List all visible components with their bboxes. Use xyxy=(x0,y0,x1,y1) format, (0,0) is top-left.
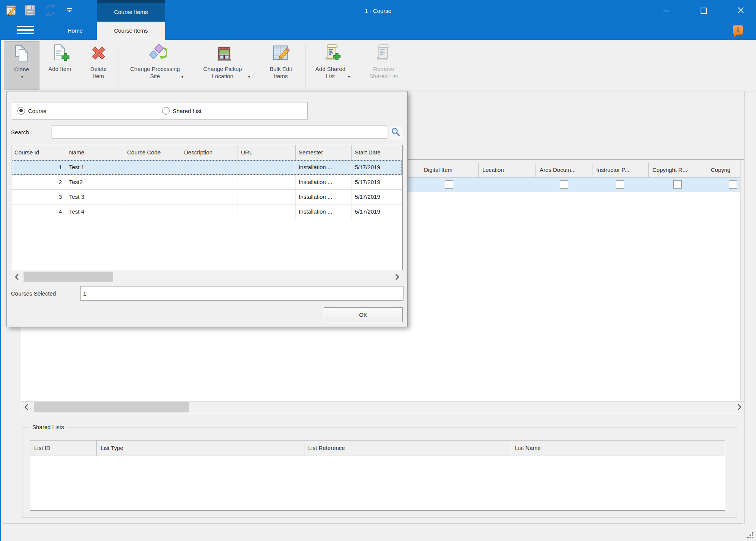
tab-home[interactable]: Home xyxy=(57,22,93,40)
column-list-reference[interactable]: List Reference xyxy=(304,440,511,456)
floating-tab-label: Course Items xyxy=(97,3,165,22)
column-list-type[interactable]: List Type xyxy=(97,440,304,456)
radio-unselected-icon xyxy=(162,107,170,115)
search-input[interactable] xyxy=(52,126,387,138)
column-name[interactable]: Name xyxy=(66,145,124,160)
column-start-date[interactable]: Start Date xyxy=(352,145,402,160)
copyright-r-checkbox[interactable] xyxy=(673,180,682,189)
ribbon-button-delete-item[interactable]: Delete Item xyxy=(80,41,117,89)
grid-vertical-scrollbar-strip[interactable] xyxy=(740,160,744,402)
course-row-2[interactable]: 2 Test2 Installation ... 5/17/2019 xyxy=(11,175,402,190)
ribbon-button-add-shared-list[interactable]: Add Shared List xyxy=(309,41,355,89)
maximize-button[interactable] xyxy=(692,0,715,22)
storefront-icon xyxy=(214,43,234,64)
course-row-4[interactable]: 4 Test 4 Installation ... 5/17/2019 xyxy=(11,204,402,219)
qat-more-icon xyxy=(66,6,73,16)
ribbon-button-change-pickup-location[interactable]: Change Pickup Location xyxy=(193,41,256,89)
clone-type-radio-group: Course Shared List xyxy=(12,102,308,120)
page-left-border xyxy=(3,91,3,524)
refresh-icon xyxy=(43,3,58,19)
column-semester[interactable]: Semester xyxy=(296,145,352,160)
scroll-left-icon[interactable] xyxy=(12,272,22,282)
column-description[interactable]: Description xyxy=(181,145,238,160)
processing-site-icon xyxy=(147,43,167,64)
hamburger-menu-button[interactable] xyxy=(17,26,35,36)
add-item-icon xyxy=(50,43,70,64)
quick-access-edit-form-button[interactable] xyxy=(4,3,20,19)
instructor-p-checkbox[interactable] xyxy=(616,180,624,189)
ribbon-tab-row: Home Course Items i xyxy=(0,22,756,40)
popup-horizontal-scrollbar[interactable] xyxy=(12,272,402,282)
clone-pages-icon xyxy=(12,44,32,65)
maximize-icon xyxy=(701,8,707,14)
grid-column-copyright-2[interactable]: Copyrig xyxy=(707,163,740,177)
courses-selected-input[interactable] xyxy=(80,286,403,300)
ribbon-button-add-item[interactable]: Add Item xyxy=(42,41,78,89)
course-table-header: Course Id Name Course Code Description U… xyxy=(11,145,402,160)
shared-lists-table: List ID List Type List Reference List Na… xyxy=(30,440,725,511)
tab-course-items[interactable]: Course Items xyxy=(97,22,165,40)
radio-shared-list[interactable]: Shared List xyxy=(162,102,202,119)
column-list-name[interactable]: List Name xyxy=(511,440,725,456)
titlebar: Course Items 1 - Course xyxy=(0,0,756,22)
column-url[interactable]: URL xyxy=(238,145,296,160)
shared-lists-groupbox: Shared Lists List ID List Type List Refe… xyxy=(22,428,737,518)
floating-tab-course-items[interactable]: Course Items xyxy=(97,0,165,22)
shared-lists-header: List ID List Type List Reference List Na… xyxy=(30,440,725,456)
ribbon-separator xyxy=(306,44,306,87)
quick-access-refresh-button[interactable] xyxy=(43,3,58,19)
minimize-icon xyxy=(663,11,669,11)
search-button[interactable] xyxy=(389,126,403,139)
shared-lists-legend: Shared Lists xyxy=(29,424,67,430)
ribbon-button-clone[interactable]: Clone xyxy=(4,41,39,90)
pickup-location-dropdown-caret-icon xyxy=(247,73,250,79)
copyright-2-checkbox[interactable] xyxy=(729,180,737,189)
grid-column-instructor-p[interactable]: Instructor P... xyxy=(592,163,648,177)
course-row-1[interactable]: 1 Test 1 Installation ... 5/17/2019 xyxy=(11,160,402,175)
hamburger-icon xyxy=(17,26,35,34)
status-bar xyxy=(0,525,756,541)
grid-scrollbar-thumb[interactable] xyxy=(34,402,189,412)
digital-item-checkbox[interactable] xyxy=(445,180,453,189)
processing-site-dropdown-caret-icon xyxy=(180,73,183,79)
column-course-code[interactable]: Course Code xyxy=(124,145,181,160)
grid-column-location[interactable]: Location xyxy=(478,163,536,177)
ribbon-button-bulk-edit-items[interactable]: Bulk Edit Items xyxy=(258,41,304,89)
grid-column-digital-item[interactable]: Digital Item xyxy=(420,163,478,177)
quick-access-customize-button[interactable] xyxy=(61,3,77,19)
column-list-id[interactable]: List ID xyxy=(30,440,97,456)
window-left-border xyxy=(0,40,1,541)
edit-form-icon xyxy=(5,3,19,19)
resize-grip[interactable] xyxy=(747,532,753,539)
help-icon: i xyxy=(733,25,743,35)
ok-button[interactable]: OK xyxy=(324,307,403,322)
ribbon-separator xyxy=(413,44,413,87)
radio-course[interactable]: Course xyxy=(17,102,46,119)
ribbon-toolbar: Clone Add Item Delete Item xyxy=(0,40,756,91)
bulk-edit-icon xyxy=(271,43,291,64)
ribbon-separator xyxy=(118,44,118,87)
add-shared-list-dropdown-caret-icon xyxy=(346,73,350,79)
save-icon xyxy=(23,3,37,19)
magnifier-icon xyxy=(391,127,401,139)
scroll-right-icon[interactable] xyxy=(734,402,744,412)
help-button[interactable]: i xyxy=(732,24,745,38)
close-button[interactable] xyxy=(729,0,752,22)
radio-selected-icon xyxy=(17,107,25,115)
popup-scrollbar-thumb[interactable] xyxy=(24,272,113,282)
grid-horizontal-scrollbar[interactable] xyxy=(21,401,744,414)
scroll-right-icon[interactable] xyxy=(392,272,402,282)
grid-column-ares-document[interactable]: Ares Docum... xyxy=(536,163,592,177)
page-bottom-border xyxy=(3,523,743,524)
grid-column-copyright-r[interactable]: Copyright R... xyxy=(648,163,707,177)
course-row-3[interactable]: 3 Test 3 Installation ... 5/17/2019 xyxy=(11,190,402,204)
column-course-id[interactable]: Course Id xyxy=(11,145,66,160)
search-label: Search xyxy=(11,126,29,139)
ares-document-checkbox[interactable] xyxy=(560,180,568,189)
scroll-left-icon[interactable] xyxy=(21,402,31,412)
clone-popup: Course Shared List Search Course Id Name… xyxy=(6,91,408,327)
ribbon-button-change-processing-site[interactable]: Change Processing Site xyxy=(123,41,191,89)
quick-access-save-button[interactable] xyxy=(22,3,38,19)
add-shared-list-icon xyxy=(322,43,342,64)
minimize-button[interactable] xyxy=(655,0,678,22)
